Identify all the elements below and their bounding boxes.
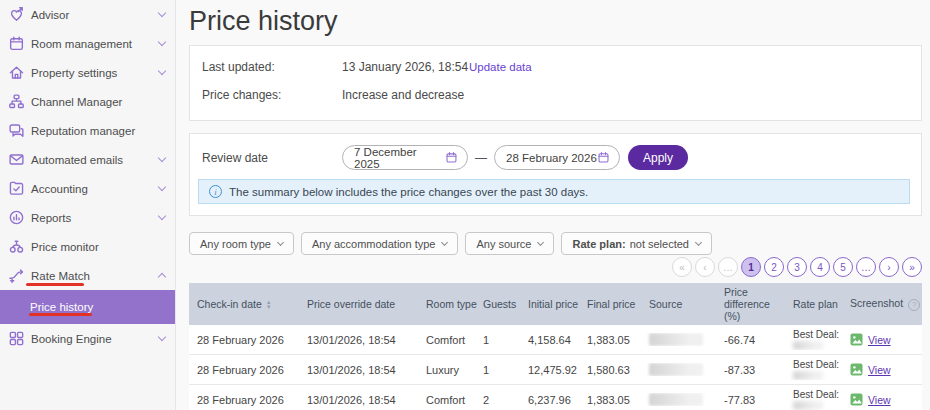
sidebar-item-booking-engine[interactable]: Booking Engine	[0, 324, 175, 353]
app-root: Advisor Room management Property setting…	[0, 0, 930, 410]
sidebar-item-channel-manager[interactable]: Channel Manager	[0, 87, 175, 116]
col-source: Source	[641, 295, 716, 313]
sidebar-item-label: Price history	[30, 301, 93, 313]
sidebar-item-accounting[interactable]: Accounting	[0, 174, 175, 203]
image-icon	[850, 333, 863, 346]
cell-guests: 1	[475, 364, 520, 376]
sidebar-item-label: Price monitor	[31, 241, 99, 253]
date-range-separator: —	[475, 151, 487, 165]
sidebar-item-label: Reports	[31, 212, 71, 224]
pagination-prev: ‹	[695, 257, 715, 277]
pagination-page-1[interactable]: 1	[741, 257, 761, 277]
col-initial-price: Initial price	[520, 295, 579, 313]
date-to-input[interactable]: 28 February 2026	[494, 145, 620, 170]
filter-bar: Any room type Any accommodation type Any…	[189, 232, 712, 255]
col-screenshot: Screenshot?	[842, 294, 922, 313]
sidebar-item-room-management[interactable]: Room management	[0, 29, 175, 58]
redacted-source	[649, 333, 703, 346]
last-updated-row: Last updated: 13 January 2026, 18:54 Upd…	[202, 60, 909, 74]
pagination-page-4[interactable]: 4	[810, 257, 830, 277]
cell-room-type: Luxury	[418, 364, 475, 376]
summary-card: Last updated: 13 January 2026, 18:54 Upd…	[189, 45, 922, 121]
chevron-up-icon	[158, 273, 166, 281]
cell-final-price: 1,383.05	[579, 394, 641, 406]
col-check-in-date[interactable]: Check-in date▲▼	[189, 295, 299, 313]
cell-initial-price: 4,158.64	[520, 334, 579, 346]
pagination-last[interactable]: »	[902, 257, 922, 277]
envelope-icon	[8, 151, 25, 168]
sidebar-item-label: Advisor	[31, 9, 69, 21]
sidebar-item-label: Channel Manager	[31, 96, 122, 108]
cell-room-type: Comfort	[418, 334, 475, 346]
cell-override-date: 13/01/2026, 18:54	[299, 364, 418, 376]
table-row: 28 February 2026 13/01/2026, 18:54 Comfo…	[189, 325, 922, 355]
scales-icon	[8, 238, 25, 255]
view-screenshot-link[interactable]: View	[868, 394, 891, 406]
pagination-page-5[interactable]: 5	[833, 257, 853, 277]
cell-screenshot: View	[842, 393, 922, 406]
date-to-value: 28 February 2026	[506, 152, 597, 164]
price-changes-label: Price changes:	[202, 88, 342, 102]
sidebar-item-advisor[interactable]: Advisor	[0, 0, 175, 29]
price-changes-row: Price changes: Increase and decrease	[202, 88, 909, 102]
last-updated-value: 13 January 2026, 18:54	[342, 60, 469, 74]
table-row: 28 February 2026 13/01/2026, 18:54 Luxur…	[189, 355, 922, 385]
apply-button[interactable]: Apply	[628, 145, 688, 170]
info-banner: i The summary below includes the price c…	[198, 179, 910, 204]
main-content: Price history Last updated: 13 January 2…	[176, 0, 930, 410]
date-from-value: 7 December 2025	[354, 146, 445, 170]
sidebar-item-label: Room management	[31, 38, 132, 50]
cell-rate-plan: Best Deal:	[785, 359, 842, 380]
cell-override-date: 13/01/2026, 18:54	[299, 334, 418, 346]
info-icon: i	[209, 185, 222, 198]
sidebar-item-label: Accounting	[31, 183, 88, 195]
filter-source[interactable]: Any source	[465, 232, 554, 255]
cell-screenshot: View	[842, 363, 922, 376]
filter-accommodation-type[interactable]: Any accommodation type	[301, 232, 459, 255]
sidebar-item-property-settings[interactable]: Property settings	[0, 58, 175, 87]
help-icon[interactable]: ?	[908, 299, 920, 311]
annotation-underline-price-history	[29, 313, 92, 316]
cell-rate-plan: Best Deal:	[785, 329, 842, 350]
sidebar-item-price-history[interactable]: Price history	[0, 290, 175, 324]
cell-check-in: 28 February 2026	[189, 334, 299, 346]
view-screenshot-link[interactable]: View	[868, 334, 891, 346]
date-from-input[interactable]: 7 December 2025	[342, 145, 468, 170]
col-price-difference: Price difference (%)	[716, 283, 785, 325]
redacted-rate-plan	[793, 371, 823, 380]
cell-source	[641, 393, 716, 406]
chevron-down-icon	[441, 239, 448, 246]
chevron-down-icon	[537, 239, 544, 246]
cell-source	[641, 333, 716, 346]
update-data-link[interactable]: Update data	[469, 61, 532, 73]
filter-room-type[interactable]: Any room type	[189, 232, 294, 255]
filter-rate-plan[interactable]: Rate plan: not selected	[561, 232, 712, 255]
sidebar-item-reputation-manager[interactable]: Reputation manager	[0, 116, 175, 145]
chevron-down-icon	[158, 9, 166, 17]
calendar-icon	[597, 151, 610, 164]
pagination-page-2[interactable]: 2	[764, 257, 784, 277]
sidebar-item-automated-emails[interactable]: Automated emails	[0, 145, 175, 174]
cell-check-in: 28 February 2026	[189, 394, 299, 406]
pagination-page-3[interactable]: 3	[787, 257, 807, 277]
review-date-row: Review date 7 December 2025 — 28 Februar…	[202, 145, 909, 170]
col-price-override-date: Price override date	[299, 295, 418, 313]
price-changes-value: Increase and decrease	[342, 88, 469, 102]
sidebar-item-price-monitor[interactable]: Price monitor	[0, 232, 175, 261]
sidebar-item-label: Reputation manager	[31, 125, 135, 137]
pagination-ellipsis-left: …	[718, 257, 738, 277]
table-row: 28 February 2026 13/01/2026, 18:54 Comfo…	[189, 385, 922, 410]
pagination-ellipsis-right[interactable]: …	[856, 257, 876, 277]
grid-icon	[8, 330, 25, 347]
redacted-source	[649, 393, 703, 406]
advisor-heart-icon	[8, 6, 25, 23]
cell-price-difference: -87.33	[716, 364, 785, 376]
pagination: « ‹ … 1 2 3 4 5 … › »	[672, 257, 922, 277]
table-header: Check-in date▲▼ Price override date Room…	[189, 283, 922, 325]
pagination-next[interactable]: ›	[879, 257, 899, 277]
view-screenshot-link[interactable]: View	[868, 364, 891, 376]
cell-rate-plan: Best Deal:	[785, 389, 842, 410]
sidebar-item-reports[interactable]: Reports	[0, 203, 175, 232]
sidebar-item-label: Automated emails	[31, 154, 123, 166]
sort-icon[interactable]: ▲▼	[266, 300, 272, 310]
